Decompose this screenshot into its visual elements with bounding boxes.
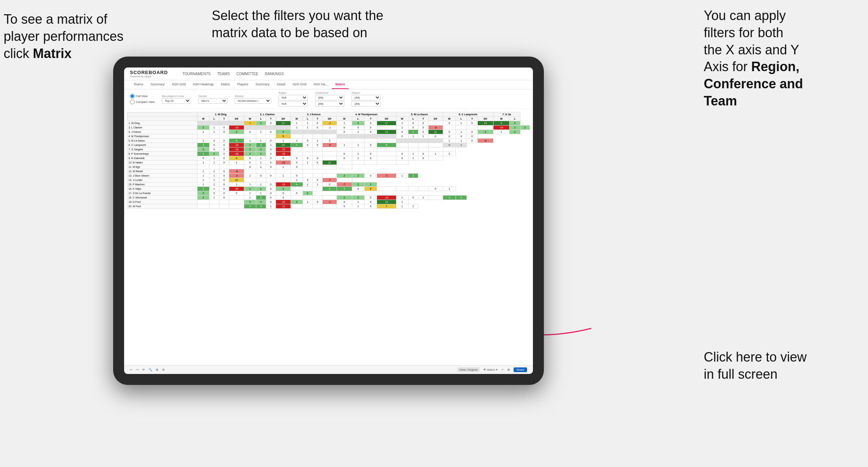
cell-4-20: 1: [443, 139, 456, 143]
cell-5-18: [418, 143, 428, 147]
cell-7-14: 0: [364, 152, 377, 156]
cell-0-8: 1: [291, 121, 303, 126]
matrix-table: 1. W Ding 2. L Clanton 3. J Koivun 4. M …: [127, 112, 530, 209]
tab-h2h-grid2[interactable]: H2H Grid: [289, 80, 310, 89]
cell-8-18: 0: [418, 156, 428, 161]
tab-teams[interactable]: Teams: [130, 80, 147, 89]
tab-summary2[interactable]: Summary: [252, 80, 273, 89]
cell-2-2: 0: [219, 130, 229, 134]
toolbar-undo[interactable]: ↩: [130, 368, 132, 371]
cell-12-6: 0: [266, 174, 276, 178]
cell-0-13: 2: [352, 121, 364, 126]
toolbar-refresh[interactable]: ⟳: [142, 368, 145, 371]
tab-players[interactable]: Players: [234, 80, 252, 89]
watch-btn[interactable]: 👁 Watch ▾: [483, 368, 498, 371]
filter-players-select2[interactable]: (All): [352, 101, 381, 107]
cell-0-17: 0: [408, 121, 418, 126]
cell-14-6: 0: [266, 182, 276, 187]
cell-10-4: 0: [244, 165, 256, 169]
filter-conference-select2[interactable]: (All): [315, 101, 344, 107]
filter-gender-select[interactable]: Men's: [198, 98, 227, 104]
toolbar-grid[interactable]: ⊞: [156, 368, 158, 371]
cell-0-7: 11: [276, 121, 291, 126]
nav-committee[interactable]: COMMITTEE: [236, 72, 258, 76]
bottom-toolbar: ↩ ↪ ⟳ 🔍 ⊞ ⚙ View: Original 👁 Watch ▾ ⤢ ⊞…: [124, 365, 533, 374]
tab-matrix[interactable]: Matrix: [218, 80, 234, 89]
tab-h2h-heatmap[interactable]: H2H Heatmap: [189, 80, 218, 89]
tab-h2h-he[interactable]: H2H He...: [310, 80, 332, 89]
filter-players-select[interactable]: (All): [352, 95, 381, 100]
sh-dif6: Dif: [477, 117, 493, 121]
cell-17-9: [303, 196, 312, 200]
cell-3-9: [303, 134, 312, 139]
cell-0-23: 13: [477, 121, 493, 126]
cell-1-1: 1: [209, 126, 219, 130]
cell-1-22: [466, 126, 477, 130]
cell-18-0: [197, 200, 210, 204]
cell-17-3: [229, 196, 244, 200]
cell-1-3: -16: [229, 126, 244, 130]
tab-summary[interactable]: Summary: [147, 80, 169, 89]
cell-2-4: 0: [244, 130, 256, 134]
nav-rankings[interactable]: RANKINGS: [265, 72, 284, 76]
cell-10-0: [197, 165, 210, 169]
cell-17-12: 2: [337, 196, 352, 200]
top-nav: TOURNAMENTS TEAMS COMMITTEE RANKINGS: [183, 72, 284, 76]
filter-conference: Conference (All) (All): [315, 92, 344, 107]
filter-players: Players (All) (All): [352, 92, 381, 107]
nav-teams[interactable]: TEAMS: [217, 72, 230, 76]
cell-13-8: 1: [291, 178, 303, 182]
cell-2-14: 0: [364, 130, 377, 134]
cell-8-2: 0: [219, 156, 229, 161]
cell-11-3: -6: [229, 169, 244, 174]
cell-12-1: 1: [209, 174, 219, 178]
toolbar-zoom[interactable]: 🔍: [149, 368, 152, 371]
cell-13-5: [256, 178, 266, 182]
sh-l7: L: [510, 117, 520, 121]
cell-0-14: 0: [364, 121, 377, 126]
nav-tournaments[interactable]: TOURNAMENTS: [183, 72, 211, 76]
cell-8-14: 0: [364, 156, 377, 161]
cell-17-15: -10: [377, 196, 396, 200]
tab-h2h-grid[interactable]: H2H Grid: [168, 80, 189, 89]
filter-region-select[interactable]: N/A: [279, 95, 308, 100]
cell-8-6: 0: [266, 156, 276, 161]
col-header-lclanton: 2. L Clanton: [244, 112, 291, 117]
full-view-radio[interactable]: Full View: [130, 94, 154, 99]
cell-9-15: [377, 161, 396, 165]
cell-8-3: 9: [229, 156, 244, 161]
cell-12-11: [322, 174, 337, 178]
compact-view-radio[interactable]: Compact View: [130, 100, 154, 104]
toolbar-share-icon[interactable]: ⊞: [507, 368, 510, 371]
tab-detail[interactable]: Detail: [273, 80, 289, 89]
col-header-mthorbjornsen: 4. M Thorbjornsen: [337, 112, 396, 117]
view-label[interactable]: View: Original: [457, 367, 480, 372]
cell-1-26: 2: [520, 126, 530, 130]
cell-0-18: 0: [418, 121, 428, 126]
filter-gender: Gender Men's: [198, 95, 227, 104]
cell-6-15: [377, 147, 396, 152]
cell-4-4: 1: [244, 139, 256, 143]
cell-3-3: [229, 134, 244, 139]
cell-5-6: 1: [266, 143, 276, 147]
filter-max-players-select[interactable]: Top 25: [162, 98, 191, 104]
filter-division-select[interactable]: NCAA Division I: [235, 98, 271, 104]
cell-18-11: -1: [322, 200, 337, 204]
cell-0-1: [209, 121, 219, 126]
tab-matrix-active[interactable]: Matrix: [332, 80, 349, 89]
cell-9-2: 0: [219, 161, 229, 165]
toolbar-screen[interactable]: ⤢: [501, 368, 504, 371]
cell-18-15: 13: [377, 200, 396, 204]
cell-10-9: [303, 165, 312, 169]
cell-12-4: 1: [244, 174, 256, 178]
table-row: 17. S De La Fuente2000110002: [127, 191, 530, 196]
toolbar-redo[interactable]: ↪: [136, 368, 139, 371]
cell-19-10: [312, 204, 322, 209]
cell-7-0: 5: [197, 152, 210, 156]
filter-region-select2[interactable]: N/A: [279, 101, 308, 107]
share-button[interactable]: Share: [514, 367, 527, 372]
cell-1-12: 0: [337, 126, 352, 130]
filter-conference-select[interactable]: (All): [315, 95, 344, 100]
toolbar-settings[interactable]: ⚙: [162, 368, 165, 371]
cell-15-4: 2: [244, 187, 256, 191]
